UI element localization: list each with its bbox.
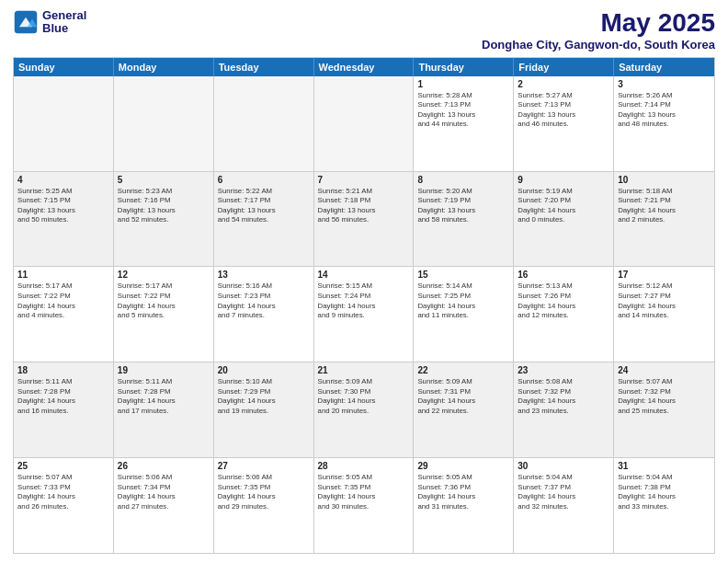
day-info: Sunrise: 5:09 AM Sunset: 7:30 PM Dayligh…	[318, 377, 410, 416]
day-info: Sunrise: 5:19 AM Sunset: 7:20 PM Dayligh…	[518, 187, 609, 225]
calendar-row-4: 18Sunrise: 5:11 AM Sunset: 7:28 PM Dayli…	[14, 362, 714, 458]
day-info: Sunrise: 5:11 AM Sunset: 7:28 PM Dayligh…	[17, 377, 109, 416]
calendar-row-1: 1Sunrise: 5:28 AM Sunset: 7:13 PM Daylig…	[14, 76, 714, 172]
day-number: 5	[118, 175, 210, 185]
day-cell-11: 11Sunrise: 5:17 AM Sunset: 7:22 PM Dayli…	[14, 267, 114, 362]
day-cell-26: 26Sunrise: 5:06 AM Sunset: 7:34 PM Dayli…	[114, 458, 214, 553]
header: General Blue May 2025 Donghae City, Gang…	[13, 9, 715, 52]
day-number: 27	[218, 461, 310, 471]
day-number: 24	[618, 365, 711, 375]
logo-icon	[13, 9, 39, 35]
empty-cell-0-0	[14, 76, 114, 171]
day-info: Sunrise: 5:09 AM Sunset: 7:31 PM Dayligh…	[417, 377, 509, 416]
day-number: 13	[218, 270, 310, 280]
day-number: 12	[118, 270, 210, 280]
header-day-saturday: Saturday	[614, 58, 714, 76]
day-info: Sunrise: 5:18 AM Sunset: 7:21 PM Dayligh…	[618, 187, 711, 225]
day-number: 4	[17, 175, 109, 185]
calendar-row-2: 4Sunrise: 5:25 AM Sunset: 7:15 PM Daylig…	[14, 172, 714, 268]
empty-cell-0-1	[114, 76, 214, 171]
day-info: Sunrise: 5:05 AM Sunset: 7:36 PM Dayligh…	[417, 473, 509, 511]
day-number: 14	[318, 270, 410, 280]
day-number: 15	[417, 270, 509, 280]
day-cell-7: 7Sunrise: 5:21 AM Sunset: 7:18 PM Daylig…	[314, 172, 415, 267]
day-number: 7	[318, 175, 410, 185]
day-info: Sunrise: 5:25 AM Sunset: 7:15 PM Dayligh…	[17, 187, 109, 225]
calendar-header: SundayMondayTuesdayWednesdayThursdayFrid…	[14, 58, 714, 76]
day-info: Sunrise: 5:22 AM Sunset: 7:17 PM Dayligh…	[218, 187, 310, 225]
day-info: Sunrise: 5:12 AM Sunset: 7:27 PM Dayligh…	[618, 282, 711, 320]
day-cell-31: 31Sunrise: 5:04 AM Sunset: 7:38 PM Dayli…	[614, 458, 714, 553]
day-number: 18	[17, 365, 109, 375]
day-info: Sunrise: 5:08 AM Sunset: 7:32 PM Dayligh…	[518, 377, 609, 416]
day-number: 9	[518, 175, 609, 185]
empty-cell-0-3	[314, 76, 415, 171]
day-number: 1	[417, 79, 509, 89]
day-cell-14: 14Sunrise: 5:15 AM Sunset: 7:24 PM Dayli…	[314, 267, 415, 362]
day-info: Sunrise: 5:07 AM Sunset: 7:33 PM Dayligh…	[17, 473, 109, 511]
day-cell-6: 6Sunrise: 5:22 AM Sunset: 7:17 PM Daylig…	[214, 172, 314, 267]
day-number: 2	[518, 79, 609, 89]
day-cell-24: 24Sunrise: 5:07 AM Sunset: 7:32 PM Dayli…	[614, 362, 714, 457]
day-cell-1: 1Sunrise: 5:28 AM Sunset: 7:13 PM Daylig…	[414, 76, 514, 171]
day-cell-12: 12Sunrise: 5:17 AM Sunset: 7:22 PM Dayli…	[114, 267, 214, 362]
day-number: 11	[17, 270, 109, 280]
day-number: 23	[518, 365, 609, 375]
page: General Blue May 2025 Donghae City, Gang…	[0, 0, 728, 563]
day-number: 25	[17, 461, 109, 471]
day-cell-25: 25Sunrise: 5:07 AM Sunset: 7:33 PM Dayli…	[14, 458, 114, 553]
day-info: Sunrise: 5:17 AM Sunset: 7:22 PM Dayligh…	[17, 282, 109, 320]
day-info: Sunrise: 5:05 AM Sunset: 7:35 PM Dayligh…	[318, 473, 410, 511]
day-cell-13: 13Sunrise: 5:16 AM Sunset: 7:23 PM Dayli…	[214, 267, 314, 362]
header-day-wednesday: Wednesday	[314, 58, 415, 76]
day-info: Sunrise: 5:26 AM Sunset: 7:14 PM Dayligh…	[618, 91, 711, 130]
day-info: Sunrise: 5:23 AM Sunset: 7:16 PM Dayligh…	[118, 187, 210, 225]
day-cell-3: 3Sunrise: 5:26 AM Sunset: 7:14 PM Daylig…	[614, 76, 714, 171]
day-cell-2: 2Sunrise: 5:27 AM Sunset: 7:13 PM Daylig…	[514, 76, 614, 171]
day-info: Sunrise: 5:11 AM Sunset: 7:28 PM Dayligh…	[118, 377, 210, 416]
day-info: Sunrise: 5:27 AM Sunset: 7:13 PM Dayligh…	[518, 91, 609, 130]
calendar-row-5: 25Sunrise: 5:07 AM Sunset: 7:33 PM Dayli…	[14, 458, 714, 553]
day-info: Sunrise: 5:07 AM Sunset: 7:32 PM Dayligh…	[618, 377, 711, 416]
day-number: 20	[218, 365, 310, 375]
logo: General Blue	[13, 9, 86, 36]
day-cell-15: 15Sunrise: 5:14 AM Sunset: 7:25 PM Dayli…	[414, 267, 514, 362]
day-number: 31	[618, 461, 711, 471]
day-number: 17	[618, 270, 711, 280]
day-cell-4: 4Sunrise: 5:25 AM Sunset: 7:15 PM Daylig…	[14, 172, 114, 267]
day-number: 22	[417, 365, 509, 375]
empty-cell-0-2	[214, 76, 314, 171]
calendar: SundayMondayTuesdayWednesdayThursdayFrid…	[13, 57, 715, 554]
day-info: Sunrise: 5:14 AM Sunset: 7:25 PM Dayligh…	[417, 282, 509, 320]
day-info: Sunrise: 5:21 AM Sunset: 7:18 PM Dayligh…	[318, 187, 410, 225]
day-cell-21: 21Sunrise: 5:09 AM Sunset: 7:30 PM Dayli…	[314, 362, 415, 457]
day-number: 21	[318, 365, 410, 375]
calendar-row-3: 11Sunrise: 5:17 AM Sunset: 7:22 PM Dayli…	[14, 267, 714, 362]
day-number: 3	[618, 79, 711, 89]
day-cell-19: 19Sunrise: 5:11 AM Sunset: 7:28 PM Dayli…	[114, 362, 214, 457]
header-day-sunday: Sunday	[14, 58, 114, 76]
day-cell-22: 22Sunrise: 5:09 AM Sunset: 7:31 PM Dayli…	[414, 362, 514, 457]
day-cell-10: 10Sunrise: 5:18 AM Sunset: 7:21 PM Dayli…	[614, 172, 714, 267]
logo-text: General Blue	[42, 9, 86, 36]
day-cell-17: 17Sunrise: 5:12 AM Sunset: 7:27 PM Dayli…	[614, 267, 714, 362]
day-cell-8: 8Sunrise: 5:20 AM Sunset: 7:19 PM Daylig…	[414, 172, 514, 267]
header-day-tuesday: Tuesday	[214, 58, 314, 76]
day-info: Sunrise: 5:28 AM Sunset: 7:13 PM Dayligh…	[417, 91, 509, 130]
day-number: 16	[518, 270, 609, 280]
day-number: 30	[518, 461, 609, 471]
day-info: Sunrise: 5:06 AM Sunset: 7:35 PM Dayligh…	[218, 473, 310, 511]
day-number: 26	[118, 461, 210, 471]
day-number: 8	[417, 175, 509, 185]
title-block: May 2025 Donghae City, Gangwon-do, South…	[482, 9, 715, 52]
day-cell-30: 30Sunrise: 5:04 AM Sunset: 7:37 PM Dayli…	[514, 458, 614, 553]
day-info: Sunrise: 5:20 AM Sunset: 7:19 PM Dayligh…	[417, 187, 509, 225]
day-cell-23: 23Sunrise: 5:08 AM Sunset: 7:32 PM Dayli…	[514, 362, 614, 457]
day-cell-29: 29Sunrise: 5:05 AM Sunset: 7:36 PM Dayli…	[414, 458, 514, 553]
day-info: Sunrise: 5:13 AM Sunset: 7:26 PM Dayligh…	[518, 282, 609, 320]
day-info: Sunrise: 5:04 AM Sunset: 7:37 PM Dayligh…	[518, 473, 609, 511]
day-info: Sunrise: 5:15 AM Sunset: 7:24 PM Dayligh…	[318, 282, 410, 320]
header-day-monday: Monday	[114, 58, 214, 76]
day-cell-20: 20Sunrise: 5:10 AM Sunset: 7:29 PM Dayli…	[214, 362, 314, 457]
day-number: 28	[318, 461, 410, 471]
